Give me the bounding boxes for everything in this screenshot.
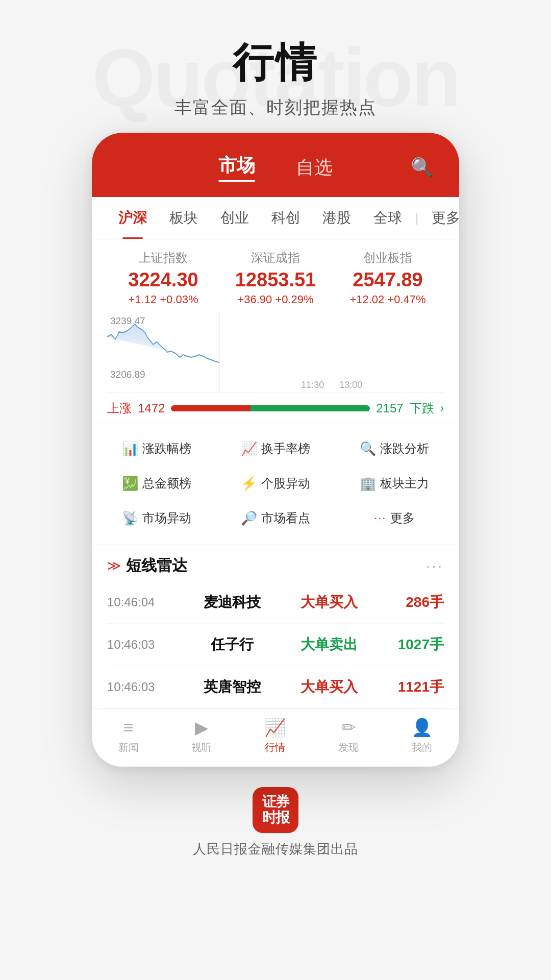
news-label: 新闻 bbox=[118, 741, 139, 754]
chart-container: 3239.47 3206.89 11:30 13:00 bbox=[107, 311, 444, 393]
header-tabs: 市场 自选 bbox=[218, 153, 333, 182]
rise-fall-label: 涨跌幅榜 bbox=[142, 440, 191, 457]
radar-volume-3: 1121手 bbox=[378, 677, 444, 697]
bottom-nav: ≡ 新闻 ▶ 视听 📈 行情 ✏ 发现 👤 我的 bbox=[92, 708, 459, 767]
analysis-icon: 🔍 bbox=[360, 441, 376, 457]
index-shanghai-change: +1.12 +0.03% bbox=[107, 293, 219, 306]
radar-action-1: 大单买入 bbox=[281, 593, 378, 612]
menu-item-rise-fall[interactable]: 📊 涨跌幅榜 bbox=[97, 432, 216, 465]
radar-more-button[interactable]: ··· bbox=[426, 558, 444, 574]
market-label: 行情 bbox=[265, 741, 285, 754]
progress-bar bbox=[171, 405, 370, 411]
index-shenzhen[interactable]: 深证成指 12853.51 +36.90 +0.29% bbox=[219, 250, 332, 306]
menu-item-analysis[interactable]: 🔍 涨跌分析 bbox=[335, 432, 454, 465]
radar-stock-3: 英唐智控 bbox=[184, 677, 281, 697]
nav-item-discover[interactable]: ✏ 发现 bbox=[338, 717, 359, 754]
radar-row-1[interactable]: 10:46:04 麦迪科技 大单买入 286手 bbox=[107, 581, 444, 624]
radar-row-3[interactable]: 10:46:03 英唐智控 大单买入 1121手 bbox=[107, 666, 444, 708]
nav-item-news[interactable]: ≡ 新闻 bbox=[118, 718, 139, 754]
discover-label: 发现 bbox=[338, 741, 359, 754]
subnav-item-chinext[interactable]: 创业 bbox=[209, 197, 260, 239]
index-shanghai-value: 3224.30 bbox=[107, 269, 219, 291]
index-shenzhen-change: +36.90 +0.29% bbox=[219, 293, 332, 306]
subnav-item-star[interactable]: 科创 bbox=[260, 197, 311, 239]
subnav-item-more[interactable]: 更多 bbox=[420, 197, 459, 239]
radar-action-2: 大单卖出 bbox=[281, 635, 378, 654]
header-tab-market[interactable]: 市场 bbox=[218, 153, 255, 182]
chart-area[interactable]: 3239.47 3206.89 11:30 13:00 bbox=[107, 311, 444, 393]
menu-item-stock-move[interactable]: ⚡ 个股异动 bbox=[216, 467, 335, 500]
chart-time-labels: 11:30 13:00 bbox=[301, 380, 362, 390]
radar-title-group: ≫ 短线雷达 bbox=[107, 555, 187, 576]
market-move-label: 市场异动 bbox=[142, 510, 191, 526]
menu-item-turnover[interactable]: 📈 换手率榜 bbox=[216, 432, 335, 465]
subnav-item-hk[interactable]: 港股 bbox=[311, 197, 362, 239]
menu-item-more[interactable]: ··· 更多 bbox=[335, 502, 454, 534]
nav-item-market[interactable]: 📈 行情 bbox=[264, 717, 286, 754]
header-tab-watchlist[interactable]: 自选 bbox=[296, 155, 333, 180]
radar-time-1: 10:46:04 bbox=[107, 595, 184, 609]
turnover-label: 换手率榜 bbox=[261, 440, 310, 457]
profile-icon: 👤 bbox=[411, 717, 433, 738]
stock-move-icon: ⚡ bbox=[241, 476, 257, 492]
subnav-item-global[interactable]: 全球 bbox=[362, 197, 413, 239]
media-icon: ▶ bbox=[195, 717, 208, 738]
search-icon[interactable]: 🔍 bbox=[411, 157, 434, 178]
amount-label: 总金额榜 bbox=[142, 475, 191, 492]
menu-row-2: 💹 总金额榜 ⚡ 个股异动 🏢 板块主力 bbox=[97, 467, 454, 500]
progress-red bbox=[171, 405, 251, 411]
market-move-icon: 📡 bbox=[122, 510, 138, 526]
menu-item-market-move[interactable]: 📡 市场异动 bbox=[97, 502, 216, 534]
index-section: 上证指数 3224.30 +1.12 +0.03% 深证成指 12853.51 … bbox=[92, 239, 459, 311]
turnover-icon: 📈 bbox=[241, 441, 257, 457]
subnav-divider: | bbox=[413, 211, 420, 225]
index-shenzhen-name: 深证成指 bbox=[219, 250, 332, 266]
chart-high-label: 3239.47 bbox=[110, 315, 145, 327]
radar-row-2[interactable]: 10:46:03 任子行 大单卖出 1027手 bbox=[107, 624, 444, 666]
nav-item-profile[interactable]: 👤 我的 bbox=[411, 717, 433, 754]
radar-title: 短线雷达 bbox=[126, 555, 187, 576]
market-icon: 📈 bbox=[264, 717, 286, 738]
phone-mockup: 市场 自选 🔍 沪深 板块 创业 科创 港股 全球 | 更多 上证指数 3224… bbox=[92, 133, 459, 767]
radar-section: ≫ 短线雷达 ··· 10:46:04 麦迪科技 大单买入 286手 10:46… bbox=[92, 545, 459, 708]
footer-logo-line2: 时报 bbox=[262, 810, 289, 826]
nav-item-media[interactable]: ▶ 视听 bbox=[191, 717, 212, 754]
footer-logo: 证券 时报 bbox=[253, 787, 298, 833]
media-label: 视听 bbox=[191, 741, 212, 754]
radar-volume-1: 286手 bbox=[378, 593, 444, 612]
radar-stock-1: 麦迪科技 bbox=[184, 593, 281, 612]
updown-arrow-icon[interactable]: › bbox=[440, 402, 444, 415]
sector-main-label: 板块主力 bbox=[380, 475, 429, 492]
page-title: 行情 bbox=[174, 36, 377, 91]
radar-action-3: 大单买入 bbox=[281, 677, 378, 697]
subnav-item-sector[interactable]: 板块 bbox=[158, 197, 209, 239]
footer-text: 人民日报金融传媒集团出品 bbox=[193, 840, 358, 858]
more-icon: ··· bbox=[374, 511, 386, 525]
index-chinext-name: 创业板指 bbox=[332, 250, 444, 266]
chart-time-1300: 13:00 bbox=[339, 380, 362, 390]
analysis-label: 涨跌分析 bbox=[380, 440, 429, 457]
menu-grid: 📊 涨跌幅榜 📈 换手率榜 🔍 涨跌分析 💹 总金额榜 ⚡ 个股异动 � bbox=[92, 424, 459, 545]
page-subtitle: 丰富全面、时刻把握热点 bbox=[174, 96, 377, 119]
market-view-label: 市场看点 bbox=[261, 510, 310, 526]
radar-time-3: 10:46:03 bbox=[107, 680, 184, 694]
menu-row-1: 📊 涨跌幅榜 📈 换手率榜 🔍 涨跌分析 bbox=[97, 432, 454, 465]
profile-label: 我的 bbox=[412, 741, 432, 754]
chart-left: 3239.47 3206.89 bbox=[107, 311, 220, 393]
page-footer: 证券 时报 人民日报金融传媒集团出品 bbox=[193, 787, 358, 858]
index-chinext-value: 2547.89 bbox=[332, 269, 444, 291]
rise-fall-icon: 📊 bbox=[122, 441, 138, 457]
menu-item-sector-main[interactable]: 🏢 板块主力 bbox=[335, 467, 454, 500]
index-chinext[interactable]: 创业板指 2547.89 +12.02 +0.47% bbox=[332, 250, 444, 306]
market-view-icon: 🔎 bbox=[241, 510, 257, 526]
index-shanghai[interactable]: 上证指数 3224.30 +1.12 +0.03% bbox=[107, 250, 219, 306]
menu-item-amount[interactable]: 💹 总金额榜 bbox=[97, 467, 216, 500]
index-shenzhen-value: 12853.51 bbox=[219, 269, 332, 291]
chart-low-label: 3206.89 bbox=[110, 369, 145, 380]
menu-item-market-view[interactable]: 🔎 市场看点 bbox=[216, 502, 335, 534]
subnav-item-shanghai[interactable]: 沪深 bbox=[107, 197, 158, 239]
discover-icon: ✏ bbox=[341, 717, 356, 738]
footer-logo-line1: 证券 bbox=[262, 794, 289, 810]
amount-icon: 💹 bbox=[122, 476, 138, 492]
sub-nav: 沪深 板块 创业 科创 港股 全球 | 更多 bbox=[92, 197, 459, 239]
